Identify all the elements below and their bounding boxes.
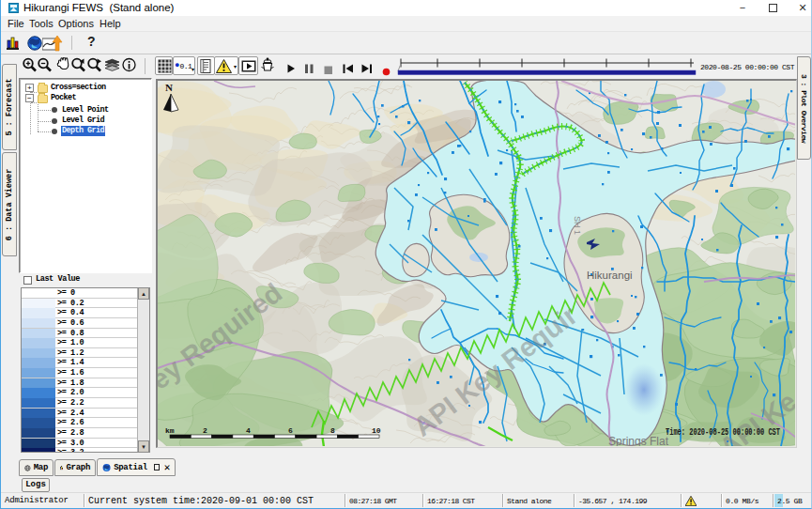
svg-text:N: N — [165, 82, 173, 93]
svg-text:2: 2 — [203, 426, 207, 435]
svg-text:Springs Flat: Springs Flat — [608, 435, 669, 446]
svg-text:8: 8 — [330, 426, 335, 435]
svg-text:10: 10 — [372, 426, 381, 435]
svg-text:4: 4 — [246, 426, 251, 435]
svg-text:Hikurangi: Hikurangi — [587, 270, 633, 281]
svg-text:Time: 2020-08-25 00:00:00 CST: Time: 2020-08-25 00:00:00 CST — [666, 427, 780, 438]
svg-text:6: 6 — [288, 426, 293, 435]
svg-text:SH 1: SH 1 — [573, 216, 582, 235]
svg-text:km: km — [165, 426, 175, 435]
